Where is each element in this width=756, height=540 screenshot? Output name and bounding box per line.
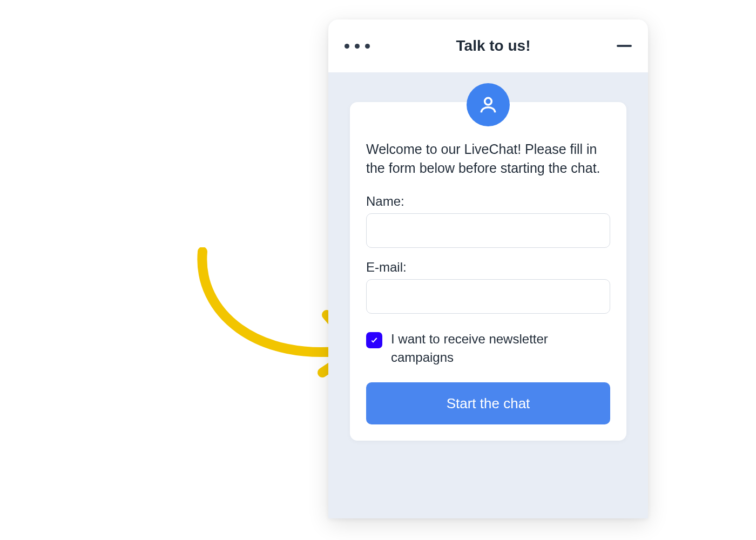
welcome-text: Welcome to our LiveChat! Please fill in … bbox=[366, 140, 610, 178]
newsletter-label: I want to receive newsletter campaigns bbox=[391, 330, 610, 366]
email-input[interactable] bbox=[366, 279, 610, 314]
chat-header: Talk to us! bbox=[328, 19, 648, 72]
name-field-group: Name: bbox=[366, 194, 610, 248]
name-label: Name: bbox=[366, 194, 610, 209]
more-horizontal-icon[interactable] bbox=[345, 44, 370, 49]
prechat-form: Welcome to our LiveChat! Please fill in … bbox=[350, 102, 626, 441]
person-icon bbox=[478, 94, 498, 115]
check-icon bbox=[370, 336, 379, 345]
email-label: E-mail: bbox=[366, 260, 610, 275]
newsletter-checkbox[interactable] bbox=[366, 332, 382, 348]
chat-body: Welcome to our LiveChat! Please fill in … bbox=[328, 72, 648, 441]
svg-point-0 bbox=[485, 98, 492, 105]
chat-title: Talk to us! bbox=[456, 37, 531, 55]
chat-widget: Talk to us! Welcome to our LiveChat! Ple… bbox=[328, 19, 648, 518]
minimize-icon[interactable] bbox=[617, 45, 632, 47]
name-input[interactable] bbox=[366, 213, 610, 248]
newsletter-checkbox-row[interactable]: I want to receive newsletter campaigns bbox=[366, 330, 610, 366]
start-chat-button[interactable]: Start the chat bbox=[366, 382, 610, 424]
avatar bbox=[467, 83, 510, 126]
email-field-group: E-mail: bbox=[366, 260, 610, 314]
